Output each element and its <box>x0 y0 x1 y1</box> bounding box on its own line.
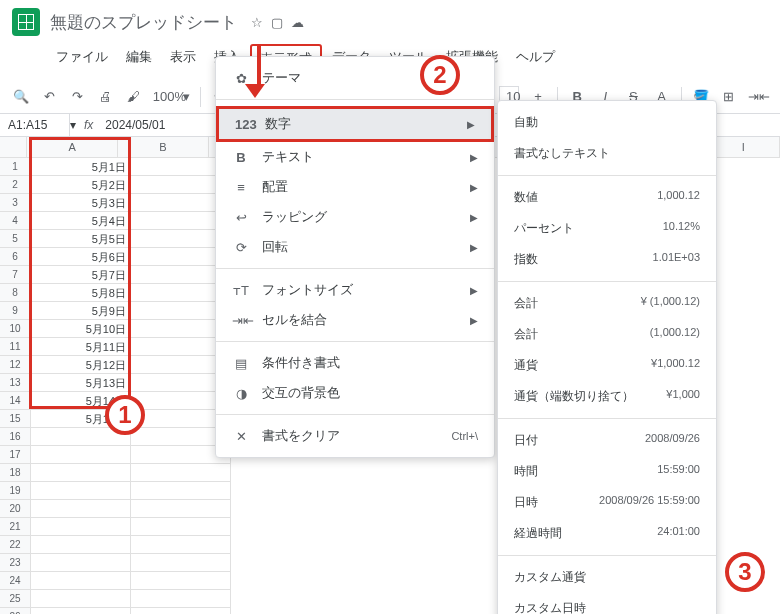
cloud-icon[interactable]: ☁ <box>291 15 304 30</box>
format-fontsize[interactable]: ᴛTフォントサイズ▶ <box>216 275 494 305</box>
row-header[interactable]: 8 <box>0 284 30 302</box>
cell[interactable] <box>31 518 131 536</box>
cell[interactable]: 5月10日 <box>31 320 131 338</box>
cell[interactable]: 5月3日 <box>31 194 131 212</box>
cell[interactable] <box>31 446 131 464</box>
cell[interactable] <box>31 464 131 482</box>
format-text[interactable]: Bテキスト▶ <box>216 142 494 172</box>
search-icon[interactable]: 🔍 <box>12 89 30 104</box>
row-header[interactable]: 23 <box>0 554 30 572</box>
numfmt-plain[interactable]: 書式なしテキスト <box>498 138 716 169</box>
cell[interactable]: 5月12日 <box>31 356 131 374</box>
merge-icon[interactable]: ⇥⇤ <box>748 89 768 104</box>
menu-help[interactable]: ヘルプ <box>508 44 563 74</box>
menu-view[interactable]: 表示 <box>162 44 204 74</box>
row-header[interactable]: 15 <box>0 410 30 428</box>
numfmt-duration[interactable]: 経過時間24:01:00 <box>498 518 716 549</box>
row-header[interactable]: 4 <box>0 212 30 230</box>
row-header[interactable]: 6 <box>0 248 30 266</box>
format-number[interactable]: 123数字▶ <box>216 106 494 142</box>
zoom-select[interactable]: 100% <box>153 89 173 104</box>
row-header[interactable]: 21 <box>0 518 30 536</box>
cell[interactable]: 5月2日 <box>31 176 131 194</box>
row-header[interactable]: 13 <box>0 374 30 392</box>
cell[interactable]: 5月4日 <box>31 212 131 230</box>
format-wrap[interactable]: ↩ラッピング▶ <box>216 202 494 232</box>
cell[interactable] <box>131 482 231 500</box>
numfmt-curr-round[interactable]: 通貨（端数切り捨て）¥1,000 <box>498 381 716 412</box>
paint-icon[interactable]: 🖌 <box>125 89 143 104</box>
row-header[interactable]: 17 <box>0 446 30 464</box>
cell[interactable] <box>31 500 131 518</box>
row-header[interactable]: 26 <box>0 608 30 614</box>
cell[interactable] <box>131 590 231 608</box>
sheets-logo[interactable] <box>12 8 40 36</box>
cell[interactable] <box>31 482 131 500</box>
col-I[interactable]: I <box>707 137 780 157</box>
cell-ref-box[interactable]: A1:A15 <box>0 114 70 136</box>
cell[interactable]: 5月13日 <box>31 374 131 392</box>
numfmt-custom-datetime[interactable]: カスタム日時 <box>498 593 716 614</box>
row-header[interactable]: 7 <box>0 266 30 284</box>
numfmt-time[interactable]: 時間15:59:00 <box>498 456 716 487</box>
row-header[interactable]: 11 <box>0 338 30 356</box>
format-conditional[interactable]: ▤条件付き書式 <box>216 348 494 378</box>
row-header[interactable]: 3 <box>0 194 30 212</box>
row-header[interactable]: 25 <box>0 590 30 608</box>
numfmt-auto[interactable]: 自動 <box>498 107 716 138</box>
formula-value[interactable]: 2024/05/01 <box>101 114 169 136</box>
row-header[interactable]: 5 <box>0 230 30 248</box>
format-alternating[interactable]: ◑交互の背景色 <box>216 378 494 408</box>
move-icon[interactable]: ▢ <box>271 15 283 30</box>
row-header[interactable]: 19 <box>0 482 30 500</box>
cell[interactable]: 5月8日 <box>31 284 131 302</box>
borders-icon[interactable]: ⊞ <box>720 89 738 104</box>
format-align[interactable]: ≡配置▶ <box>216 172 494 202</box>
cells-grid[interactable]: 5月1日5月2日5月3日5月4日5月5日5月6日5月7日5月8日5月9日5月10… <box>31 158 231 614</box>
cell[interactable] <box>131 500 231 518</box>
select-all[interactable] <box>0 137 27 157</box>
row-header[interactable]: 20 <box>0 500 30 518</box>
row-header[interactable]: 10 <box>0 320 30 338</box>
numfmt-custom-curr[interactable]: カスタム通貨 <box>498 562 716 593</box>
numfmt-percent[interactable]: パーセント10.12% <box>498 213 716 244</box>
cell[interactable]: 5月7日 <box>31 266 131 284</box>
numfmt-exp[interactable]: 指数1.01E+03 <box>498 244 716 275</box>
star-icon[interactable]: ☆ <box>251 15 263 30</box>
print-icon[interactable]: 🖨 <box>97 89 115 104</box>
numfmt-curr[interactable]: 通貨¥1,000.12 <box>498 350 716 381</box>
row-header[interactable]: 1 <box>0 158 30 176</box>
col-A[interactable]: A <box>27 137 118 157</box>
cell[interactable]: 5月9日 <box>31 302 131 320</box>
doc-title[interactable]: 無題のスプレッドシート <box>50 11 237 34</box>
cell[interactable] <box>31 554 131 572</box>
numfmt-datetime[interactable]: 日時2008/09/26 15:59:00 <box>498 487 716 518</box>
numfmt-number[interactable]: 数値1,000.12 <box>498 182 716 213</box>
cell[interactable] <box>131 554 231 572</box>
cell[interactable]: 5月6日 <box>31 248 131 266</box>
row-header[interactable]: 18 <box>0 464 30 482</box>
row-header[interactable]: 9 <box>0 302 30 320</box>
cell[interactable]: 5月5日 <box>31 230 131 248</box>
cell[interactable] <box>31 590 131 608</box>
format-merge[interactable]: ⇥⇤セルを結合▶ <box>216 305 494 335</box>
row-header[interactable]: 22 <box>0 536 30 554</box>
row-header[interactable]: 16 <box>0 428 30 446</box>
row-header[interactable]: 2 <box>0 176 30 194</box>
cell[interactable] <box>131 572 231 590</box>
numfmt-acct1[interactable]: 会計¥ (1,000.12) <box>498 288 716 319</box>
row-header[interactable]: 24 <box>0 572 30 590</box>
cell[interactable] <box>131 608 231 614</box>
undo-icon[interactable]: ↶ <box>40 89 58 104</box>
cell[interactable] <box>31 572 131 590</box>
col-B[interactable]: B <box>118 137 209 157</box>
menu-edit[interactable]: 編集 <box>118 44 160 74</box>
row-header[interactable]: 12 <box>0 356 30 374</box>
menu-file[interactable]: ファイル <box>48 44 116 74</box>
cell[interactable]: 5月1日 <box>31 158 131 176</box>
numfmt-date[interactable]: 日付2008/09/26 <box>498 425 716 456</box>
numfmt-acct2[interactable]: 会計(1,000.12) <box>498 319 716 350</box>
format-rotate[interactable]: ⟳回転▶ <box>216 232 494 262</box>
cell[interactable] <box>131 464 231 482</box>
cell[interactable] <box>31 536 131 554</box>
